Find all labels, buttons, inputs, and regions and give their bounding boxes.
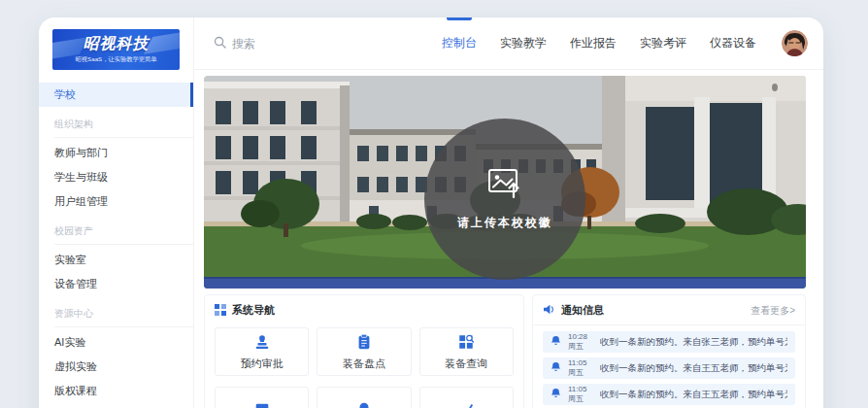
sidebar-item-devices[interactable]: 设备管理 xyxy=(39,272,193,296)
nav-tabs: 控制台 实验教学 作业报告 实验考评 仪器设备 xyxy=(430,17,768,69)
logo-title: 昭视科技 xyxy=(52,34,180,54)
notification-time: 11:05周五 xyxy=(568,385,593,403)
sidebar-item-usergroups[interactable]: 用户组管理 xyxy=(39,189,193,214)
card-label: 装备查询 xyxy=(445,357,487,371)
notification-text: 收到一条新的预约。来自王五老师，预约单号为: Y-0056，请尽快处理。 xyxy=(600,362,787,375)
stamp-icon xyxy=(253,333,271,353)
system-navigation-title: 系统导航 xyxy=(232,303,275,318)
system-navigation-panel: 系统导航 预约审批 装备盘点 xyxy=(204,294,524,408)
clipboard-icon xyxy=(355,333,373,353)
notification-text: 收到一条新的预约。来自张三老师，预约单号为: Y-0044，请尽快处理。 xyxy=(600,336,787,349)
sidebar-item-labs[interactable]: 实验室 xyxy=(39,248,193,272)
upload-badge-label: 请上传本校校徽 xyxy=(457,215,552,231)
sidebar-item-school[interactable]: 学校 xyxy=(39,83,193,107)
nav-cards-row1: 预约审批 装备盘点 装备查询 xyxy=(205,324,523,384)
view-more-link[interactable]: 查看更多> xyxy=(751,304,795,318)
card-label: 装备盘点 xyxy=(343,357,385,371)
sidebar-item-ai-lab[interactable]: AI实验 xyxy=(39,330,193,355)
tab-instruments[interactable]: 仪器设备 xyxy=(698,17,768,69)
sidebar-item-courses[interactable]: 版权课程 xyxy=(39,379,193,403)
notifications-panel: 通知信息 查看更多> 10:28周五 收到一条新的预约。来自张三老师，预约单号为… xyxy=(532,294,806,408)
card-reservation-approval[interactable]: 预约审批 xyxy=(215,327,309,376)
app-window: 昭视科技 昭视SaaS，让实验教学更简单 学校 组织架构 教师与部门 学生与班级… xyxy=(39,17,823,408)
tab-homework-report[interactable]: 作业报告 xyxy=(558,17,628,69)
notifications-title: 通知信息 xyxy=(561,303,604,318)
card-partial-3[interactable] xyxy=(419,387,514,408)
search-box[interactable] xyxy=(214,35,339,52)
notification-text: 收到一条新的预约。来自王五老师，预约单号为: Y-0056，请尽快处理。 xyxy=(600,389,787,401)
notifications-header: 通知信息 查看更多> xyxy=(533,295,805,325)
user-avatar[interactable] xyxy=(782,30,808,56)
sidebar-menu: 学校 组织架构 教师与部门 学生与班级 用户组管理 校园资产 实验室 设备管理 … xyxy=(39,83,193,408)
search-icon xyxy=(214,35,226,52)
notification-row[interactable]: 10:28周五 收到一条新的预约。来自张三老师，预约单号为: Y-0044，请尽… xyxy=(543,331,795,353)
sidebar-item-students[interactable]: 学生与班级 xyxy=(39,165,193,189)
top-header: 控制台 实验教学 作业报告 实验考评 仪器设备 xyxy=(194,17,823,70)
sidebar-item-virtual-lab[interactable]: 虚拟实验 xyxy=(39,355,193,379)
main-area: 控制台 实验教学 作业报告 实验考评 仪器设备 xyxy=(194,17,823,408)
search-input[interactable] xyxy=(232,37,339,51)
notification-list: 10:28周五 收到一条新的预约。来自张三老师，预约单号为: Y-0044，请尽… xyxy=(533,325,805,408)
app-logo: 昭视科技 昭视SaaS，让实验教学更简单 xyxy=(52,29,180,70)
notification-row[interactable]: 11:05周五 收到一条新的预约。来自王五老师，预约单号为: Y-0056，请尽… xyxy=(543,384,795,405)
bell-icon xyxy=(355,401,373,408)
grid-squares-icon xyxy=(215,304,226,318)
card-partial-2[interactable] xyxy=(317,387,411,408)
notification-time: 11:05周五 xyxy=(568,358,593,377)
bell-icon xyxy=(551,386,561,403)
card-partial-1[interactable] xyxy=(215,387,309,408)
nav-cards-row2 xyxy=(205,384,523,408)
bell-icon xyxy=(551,333,561,351)
sidebar: 昭视科技 昭视SaaS，让实验教学更简单 学校 组织架构 教师与部门 学生与班级… xyxy=(39,17,194,408)
notification-row[interactable]: 11:05周五 收到一条新的预约。来自王五老师，预约单号为: Y-0056，请尽… xyxy=(543,357,795,379)
grid-search-icon xyxy=(457,333,475,353)
bell-icon xyxy=(551,359,561,377)
sidebar-section-assets: 校园资产 xyxy=(54,224,193,245)
notification-time: 10:28周五 xyxy=(568,332,593,351)
card-label: 预约审批 xyxy=(241,357,284,371)
image-upload-icon xyxy=(487,168,522,203)
tab-console[interactable]: 控制台 xyxy=(430,17,488,69)
sidebar-item-teachers[interactable]: 教师与部门 xyxy=(39,141,193,165)
sidebar-section-org: 组织架构 xyxy=(54,118,193,138)
upload-school-badge-button[interactable]: 请上传本校校徽 xyxy=(424,119,585,280)
system-navigation-header: 系统导航 xyxy=(205,295,523,324)
campus-hero-image: 请上传本校校徽 xyxy=(204,76,806,289)
logo-subtitle: 昭视SaaS，让实验教学更简单 xyxy=(66,55,165,64)
chart-icon xyxy=(457,401,475,408)
bottom-panels: 系统导航 预约审批 装备盘点 xyxy=(204,294,806,408)
tab-experiment-evaluation[interactable]: 实验考评 xyxy=(628,17,698,69)
sidebar-section-resources: 资源中心 xyxy=(54,307,193,327)
speaker-icon xyxy=(543,304,555,317)
card-equipment-inventory[interactable]: 装备盘点 xyxy=(317,327,411,376)
document-icon xyxy=(253,401,271,408)
content-area: 请上传本校校徽 系统导航 xyxy=(194,70,823,408)
card-equipment-search[interactable]: 装备查询 xyxy=(419,327,514,376)
tab-experiment-teaching[interactable]: 实验教学 xyxy=(488,17,558,69)
